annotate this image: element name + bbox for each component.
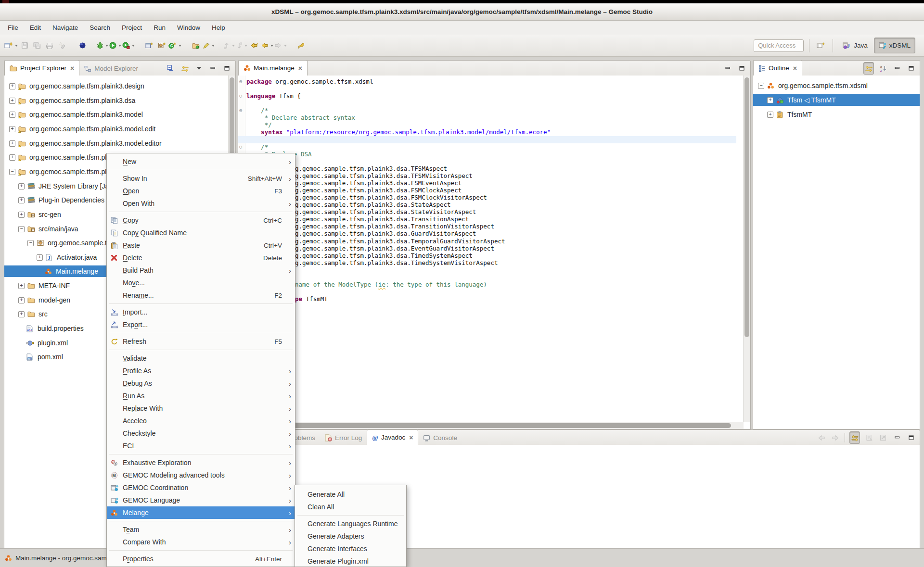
menu-item-properties[interactable]: PropertiesAlt+Enter	[107, 553, 295, 565]
menu-item-open[interactable]: OpenF3	[107, 185, 295, 197]
scrollbar-thumb[interactable]	[744, 77, 749, 337]
bottom-panel-tab-javadoc[interactable]: @Javadoc×	[367, 429, 418, 445]
menu-item-move[interactable]: Move...	[107, 277, 295, 289]
menubar-item-file[interactable]: File	[2, 21, 24, 35]
tree-item-org-gemoc-sample-tfsm-plaink3-model[interactable]: +org.gemoc.sample.tfsm.plaink3.model	[4, 109, 235, 120]
fold-collapse-icon[interactable]: ⊖	[239, 92, 245, 100]
tree-item-org-gemoc-sample-tfsm-xdsml[interactable]: −org.gemoc.sample.tfsm.xdsml	[753, 80, 920, 91]
collapse-all-button[interactable]	[166, 63, 176, 74]
dropdown-chevron-icon[interactable]	[118, 45, 121, 47]
menu-item-gemoc-language[interactable]: GEMOC Language›	[107, 494, 295, 506]
menu-item-replace-with[interactable]: Replace With›	[107, 402, 295, 415]
bottom-panel-tab-console[interactable]: Console	[418, 430, 462, 445]
new-package-button[interactable]	[156, 38, 167, 53]
dropdown-chevron-icon[interactable]	[132, 45, 135, 47]
expand-toggle[interactable]: +	[767, 97, 773, 103]
collapse-toggle[interactable]: −	[27, 240, 34, 246]
minimize-button[interactable]	[892, 63, 902, 74]
editor-content[interactable]: ⊖package org.gemoc.sample.tfsm.xdsml⊖lan…	[238, 76, 751, 429]
tree-item-org-gemoc-sample-tfsm-plaink3-design[interactable]: +org.gemoc.sample.tfsm.plaink3.design	[4, 80, 235, 92]
mark-occurrences-button[interactable]	[203, 38, 215, 53]
view-menu-button[interactable]	[194, 63, 204, 74]
editor-horizontal-scrollbar[interactable]	[238, 422, 744, 429]
menu-item-acceleo[interactable]: Acceleo›	[107, 415, 295, 427]
menu-item-rename[interactable]: Rename...F2	[107, 289, 295, 302]
link-with-editor-button[interactable]	[863, 62, 874, 75]
tree-item-tfsm-tfsmmt[interactable]: +Tfsm ◁ TfsmMT	[753, 94, 920, 106]
menu-item-profile-as[interactable]: Profile As›	[107, 365, 295, 377]
expand-toggle[interactable]: +	[18, 283, 25, 289]
menu-item-team[interactable]: Team›	[107, 523, 295, 536]
menu-item-checkstyle[interactable]: Checkstyle›	[107, 427, 295, 440]
expand-toggle[interactable]: +	[9, 126, 15, 132]
sort-az-button[interactable]: az	[878, 63, 888, 74]
menu-item-gemoc-coordination[interactable]: GEMOC Coordination›	[107, 481, 295, 494]
dropdown-chevron-icon[interactable]	[284, 45, 287, 47]
link-with-editor-button[interactable]	[849, 431, 860, 444]
scrollbar-thumb[interactable]	[240, 423, 731, 428]
close-icon[interactable]: ×	[409, 434, 413, 441]
menubar-item-search[interactable]: Search	[84, 21, 116, 35]
menu-item-generate-all[interactable]: Generate All	[295, 488, 406, 501]
external-tools-button[interactable]	[122, 38, 135, 53]
new-java-project-button[interactable]	[143, 38, 155, 53]
expand-toggle[interactable]: +	[9, 154, 15, 161]
menu-item-delete[interactable]: DeleteDelete	[107, 252, 295, 264]
menu-item-clean-all[interactable]: Clean All	[295, 501, 406, 513]
fold-collapse-icon[interactable]: ⊖	[239, 107, 245, 114]
close-icon[interactable]: ×	[70, 65, 74, 72]
project-explorer-tab-model-explorer[interactable]: Model Explorer	[79, 61, 143, 76]
menu-item-show-in[interactable]: Show InShift+Alt+W›	[107, 172, 295, 185]
expand-toggle[interactable]: +	[767, 112, 773, 118]
close-icon[interactable]: ×	[793, 65, 797, 72]
expand-toggle[interactable]: +	[9, 140, 15, 147]
expand-toggle[interactable]: +	[18, 197, 25, 203]
menubar-item-help[interactable]: Help	[206, 21, 231, 35]
menu-item-copy[interactable]: CopyCtrl+C	[107, 214, 295, 227]
menu-item-export[interactable]: Export...	[107, 318, 295, 331]
menu-item-exhaustive-exploration[interactable]: csExhaustive Exploration›	[107, 456, 295, 469]
menu-item-import[interactable]: Import...	[107, 306, 295, 318]
editor-tab-main-melange[interactable]: Main.melange×	[238, 60, 308, 76]
outline-tab-outline[interactable]: Outline×	[753, 60, 802, 76]
menu-item-compare-with[interactable]: Compare With›	[107, 536, 295, 548]
tree-item-org-gemoc-sample-tfsm-plaink3-model-edit[interactable]: +org.gemoc.sample.tfsm.plaink3.model.edi…	[4, 123, 235, 135]
perspective-button-xdsml[interactable]: xDSML	[874, 38, 915, 53]
maximize-button[interactable]	[906, 432, 916, 443]
new-class-button[interactable]: C	[168, 38, 181, 53]
tree-item-org-gemoc-sample-tfsm-plaink3-dsa[interactable]: +org.gemoc.sample.tfsm.plaink3.dsa	[4, 95, 235, 106]
dropdown-chevron-icon[interactable]	[105, 45, 108, 47]
menu-item-refresh[interactable]: RefreshF5	[107, 335, 295, 348]
menubar-item-project[interactable]: Project	[116, 21, 148, 35]
menu-item-validate[interactable]: Validate	[107, 352, 295, 365]
editor-code-area[interactable]: ⊖package org.gemoc.sample.tfsm.xdsml⊖lan…	[238, 76, 744, 422]
menu-item-gemoc-modeling-advanced-tools[interactable]: MGEMOC Modeling advanced tools›	[107, 469, 295, 481]
dropdown-chevron-icon[interactable]	[244, 45, 247, 47]
back-button[interactable]	[261, 38, 273, 53]
debug-button[interactable]	[97, 38, 108, 53]
expand-toggle[interactable]: +	[18, 297, 25, 303]
expand-toggle[interactable]: +	[9, 83, 15, 89]
dropdown-chevron-icon[interactable]	[179, 45, 181, 47]
minimize-button[interactable]	[208, 63, 218, 74]
dropdown-chevron-icon[interactable]	[15, 45, 18, 47]
last-edit-location-button[interactable]	[248, 38, 260, 53]
dropdown-chevron-icon[interactable]	[232, 45, 235, 47]
fold-collapse-icon[interactable]: ⊖	[239, 143, 245, 151]
fold-collapse-icon[interactable]: ⊖	[239, 78, 245, 85]
bottom-panel-tab-error-log[interactable]: Error Log	[320, 430, 367, 445]
quick-access-input[interactable]	[754, 39, 804, 52]
menubar-item-edit[interactable]: Edit	[24, 21, 47, 35]
dropdown-chevron-icon[interactable]	[212, 45, 215, 47]
collapse-toggle[interactable]: −	[18, 226, 25, 232]
menu-item-build-path[interactable]: Build Path›	[107, 264, 295, 277]
menubar-item-run[interactable]: Run	[148, 21, 171, 35]
minimize-button[interactable]	[892, 432, 902, 443]
link-with-editor-button[interactable]	[180, 63, 190, 74]
menu-item-debug-as[interactable]: Debug As›	[107, 377, 295, 390]
java-sphere-button[interactable]	[77, 38, 88, 53]
minimize-button[interactable]	[723, 63, 732, 74]
collapse-toggle[interactable]: −	[9, 169, 15, 175]
menubar-item-navigate[interactable]: Navigate	[47, 21, 84, 35]
expand-toggle[interactable]: +	[18, 183, 25, 189]
